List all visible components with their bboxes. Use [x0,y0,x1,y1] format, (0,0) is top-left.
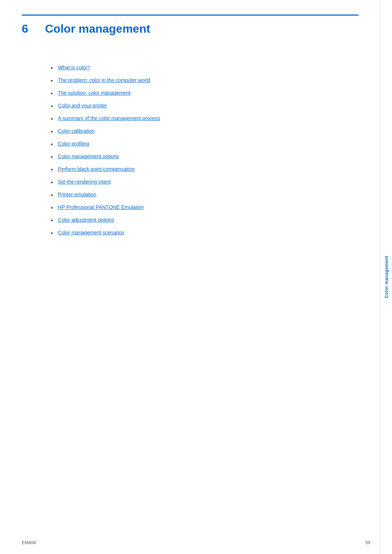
toc-list-item: •Color management options [51,153,359,160]
toc-list-item: •A summary of the color management proce… [51,115,359,122]
toc-list-item: •Perform black point compensation [51,166,359,173]
bullet-icon: • [51,217,53,224]
toc-list-item: •The solution: color management [51,90,359,97]
toc-list-item: •What is color? [51,65,359,71]
bullet-icon: • [51,141,53,148]
toc-list-item: •Set the rendering intent [51,179,359,186]
toc-link[interactable]: Color profiling [58,141,89,147]
toc-list-item: •The problem: color in the computer worl… [51,77,359,84]
toc-link[interactable]: The solution: color management [58,90,131,96]
toc-list-item: •Color and your printer [51,103,359,110]
toc-link[interactable]: Color calibration [58,128,95,134]
bullet-icon: • [51,103,53,110]
toc-link[interactable]: What is color? [58,65,90,70]
toc-link[interactable]: Printer emulation [58,192,97,197]
bullet-icon: • [51,192,53,198]
toc-list-item: •HP Professional PANTONE Emulation [51,204,359,211]
bullet-icon: • [51,205,53,211]
bullet-icon: • [51,78,53,84]
bullet-icon: • [51,167,53,173]
toc-list: •What is color?•The problem: color in th… [51,65,359,237]
bullet-icon: • [51,179,53,186]
footer-left: ENWW [22,540,36,545]
toc-link[interactable]: Color management scenarios [58,230,124,235]
toc-link[interactable]: Color management options [58,153,119,159]
bullet-icon: • [51,116,53,122]
page-container: Color management 6 Color management •Wha… [0,0,392,554]
toc-link[interactable]: Color and your printer [58,103,107,108]
toc-link[interactable]: A summary of the color management proces… [58,115,160,121]
bullet-icon: • [51,90,53,97]
main-content: 6 Color management •What is color?•The p… [0,0,380,264]
toc-list-item: •Color management scenarios [51,230,359,237]
toc-list-item: •Color profiling [51,141,359,148]
page-footer: ENWW 59 [22,540,370,545]
toc-list-item: •Printer emulation [51,192,359,198]
chapter-number: 6 [22,22,36,36]
toc-link[interactable]: Perform black point compensation [58,166,135,172]
toc-list-item: •Color calibration [51,128,359,135]
toc-link[interactable]: HP Professional PANTONE Emulation [58,204,144,210]
chapter-title: Color management [45,22,150,36]
chapter-header: 6 Color management [22,15,359,36]
toc-link[interactable]: Set the rendering intent [58,179,111,185]
toc-link[interactable]: Color adjustment options [58,217,114,223]
bullet-icon: • [51,65,53,71]
side-tab-label: Color management [384,256,389,298]
bullet-icon: • [51,154,53,160]
bullet-icon: • [51,230,53,237]
toc-list-item: •Color adjustment options [51,217,359,224]
footer-right: 59 [366,540,370,545]
bullet-icon: • [51,128,53,135]
side-tab: Color management [380,0,392,554]
toc-link[interactable]: The problem: color in the computer world [58,77,150,83]
